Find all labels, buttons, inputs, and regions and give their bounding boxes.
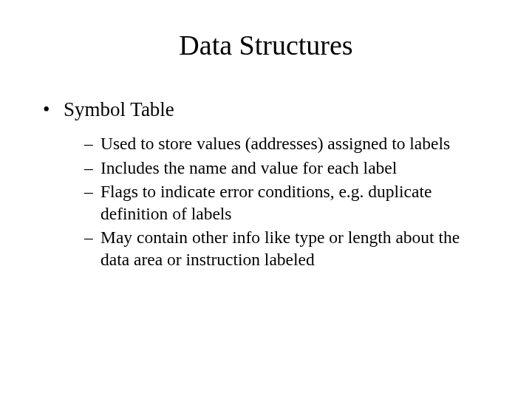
list-item: Used to store values (addresses) assigne… (84, 132, 491, 154)
sub-bullet-text: May contain other info like type or leng… (100, 228, 460, 269)
list-item: May contain other info like type or leng… (84, 226, 491, 270)
sub-bullet-text: Includes the name and value for each lab… (100, 158, 397, 177)
sub-bullet-text: Flags to indicate error conditions, e.g.… (100, 182, 432, 223)
bullet-list: Symbol Table Used to store values (addre… (41, 98, 491, 270)
slide: Data Structures Symbol Table Used to sto… (0, 0, 532, 399)
list-item: Includes the name and value for each lab… (84, 157, 491, 179)
list-item: Symbol Table Used to store values (addre… (41, 98, 491, 270)
slide-title: Data Structures (41, 30, 491, 62)
bullet-text: Symbol Table (64, 98, 174, 120)
list-item: Flags to indicate error conditions, e.g.… (84, 180, 491, 225)
sub-bullet-list: Used to store values (addresses) assigne… (64, 132, 491, 270)
sub-bullet-text: Used to store values (addresses) assigne… (100, 134, 450, 153)
